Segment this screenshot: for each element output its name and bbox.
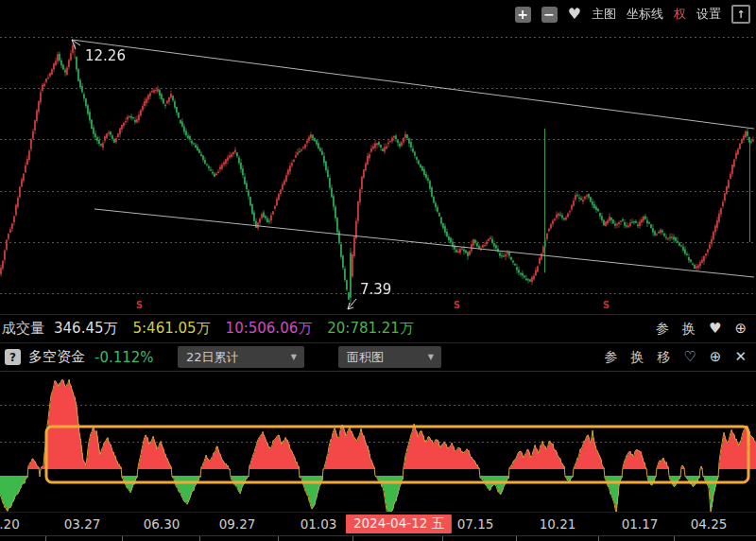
indicator-close-icon[interactable]: ✕ (734, 350, 747, 364)
dividend-event-marker[interactable]: S (136, 300, 143, 310)
settings-menu[interactable]: 设置 (696, 6, 721, 23)
volume-label: 成交量 (2, 320, 44, 338)
axis-date-label: 01.03 (301, 516, 337, 532)
chart-style-dropdown[interactable]: 面积图 ▼ (338, 346, 441, 368)
dividend-event-marker[interactable]: S (454, 300, 460, 310)
coordinate-lines-menu[interactable]: 坐标线 (627, 6, 663, 23)
chart-style-dropdown-value: 面积图 (347, 349, 384, 366)
dividend-event-marker[interactable]: S (603, 300, 610, 310)
axis-tick (122, 536, 123, 541)
axis-tick (278, 536, 279, 541)
volume-params-button[interactable]: 参 (656, 321, 669, 338)
axis-date-label: 01.17 (622, 516, 659, 532)
volume-zoom-icon[interactable]: ⊕ (734, 322, 747, 336)
stock-chart-app: + − ♥ 主图 坐标线 权 设置 ↑ 12.26 7.39 SSS 成交量 3… (0, 0, 756, 541)
help-icon[interactable]: ? (5, 349, 21, 365)
indicator-value: -0.112% (94, 349, 154, 366)
indicator-switch-button[interactable]: 换 (630, 349, 644, 366)
axis-date-label: 07.15 (457, 516, 494, 532)
volume-switch-button[interactable]: 换 (682, 321, 696, 338)
zoom-in-button[interactable]: + (515, 7, 531, 23)
export-icon[interactable]: ↑ (731, 5, 750, 24)
top-toolbar: + − ♥ 主图 坐标线 权 设置 ↑ (515, 4, 750, 25)
period-dropdown[interactable]: 22日累计 ▼ (178, 346, 304, 368)
x-axis: .2003.2706.3009.2701.032024-04-12 五07.15… (0, 512, 756, 536)
volume-value: 346.45万 (54, 320, 118, 338)
rights-adjust-menu[interactable]: 权 (674, 6, 686, 23)
low-price-annotation: 7.39 (360, 281, 391, 298)
main-chart-menu[interactable]: 主图 (592, 6, 616, 23)
indicator-move-button[interactable]: 移 (657, 349, 670, 366)
axis-date-label: 10.21 (540, 516, 576, 532)
zoom-out-button[interactable]: − (541, 7, 558, 23)
bull-bear-funds-area-chart[interactable] (0, 371, 756, 512)
axis-tick (352, 536, 353, 541)
volume-ma20: 20:781.21万 (327, 320, 414, 338)
axis-tick (516, 536, 517, 541)
indicator-header-row: ? 多空资金 -0.112% 22日累计 ▼ 面积图 ▼ 参 换 移 ♡ ⊕ ✕ (0, 342, 756, 372)
indicator-favorite-icon[interactable]: ♡ (683, 350, 696, 364)
indicator-zoom-icon[interactable]: ⊕ (710, 350, 722, 364)
axis-tick (442, 536, 443, 541)
axis-date-label: 04.25 (691, 516, 728, 532)
volume-favorite-icon[interactable]: ♥ (709, 322, 721, 336)
period-dropdown-value: 22日累计 (186, 349, 239, 366)
axis-date-label: 06.30 (144, 516, 180, 532)
chevron-down-icon: ▼ (428, 353, 434, 361)
axis-tick (45, 536, 46, 541)
axis-date-label: 09.27 (219, 516, 256, 532)
high-price-annotation: 12.26 (85, 47, 126, 64)
x-axis-ticks (0, 535, 756, 541)
selected-date-label[interactable]: 2024-04-12 五 (346, 515, 452, 533)
favorite-heart-icon[interactable]: ♥ (568, 7, 581, 22)
axis-date-label: 03.27 (64, 516, 101, 532)
chevron-down-icon: ▼ (291, 353, 297, 361)
axis-date-label: .20 (0, 516, 20, 532)
indicator-params-button[interactable]: 参 (604, 349, 617, 366)
axis-tick (199, 536, 200, 541)
volume-ma10: 10:506.06万 (226, 320, 313, 338)
axis-tick (674, 536, 675, 541)
volume-ma5: 5:461.05万 (133, 320, 211, 338)
volume-row: 成交量 346.45万 5:461.05万 10:506.06万 20:781.… (0, 314, 756, 342)
axis-tick (598, 536, 599, 541)
indicator-title: 多空资金 (28, 348, 85, 366)
